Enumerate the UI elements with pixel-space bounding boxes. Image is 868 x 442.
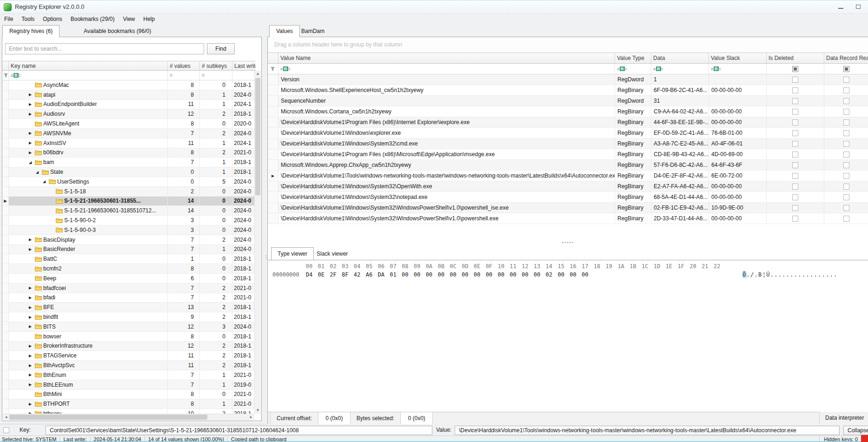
checkbox[interactable] <box>792 162 798 168</box>
value-row[interactable]: \Device\HarddiskVolume1\Windows\explorer… <box>268 128 868 139</box>
checkbox[interactable] <box>792 98 798 104</box>
menu-item-help[interactable]: Help <box>139 14 159 25</box>
value-row[interactable]: \Device\HarddiskVolume1\Windows\System32… <box>268 203 868 213</box>
checkbox[interactable] <box>792 205 798 211</box>
scrollbar-thumb[interactable] <box>9 415 207 420</box>
menu-item-file[interactable]: File <box>0 14 17 25</box>
checkbox[interactable] <box>843 216 849 222</box>
menu-item-view[interactable]: View <box>119 14 139 25</box>
expand-collapsed-icon[interactable]: ▶ <box>29 373 35 377</box>
value-row[interactable]: Microsoft.Windows.Apprep.ChxApp_cw5n1h2t… <box>268 160 868 171</box>
tab-available-bookmarks[interactable]: Available bookmarks (96/0) <box>77 26 158 37</box>
values-header-value-slack[interactable]: Value Slack <box>709 53 767 63</box>
tree-row[interactable]: bcmfn2802018-1 <box>2 264 256 274</box>
tree-row[interactable]: S-1-5-18202024-0 <box>2 187 256 197</box>
values-header-value-name[interactable]: Value Name <box>278 53 615 63</box>
value-row[interactable]: VersionRegDword1 <box>268 74 868 85</box>
value-path-field[interactable]: \Device\HarddiskVolume1\Tools\windows-ne… <box>455 426 840 435</box>
expand-collapsed-icon[interactable]: ▶ <box>29 344 35 348</box>
expand-collapsed-icon[interactable]: ▶ <box>29 131 35 135</box>
values-header-data-record[interactable]: Data Record Realle <box>824 53 868 63</box>
values-header-is-deleted[interactable]: Is Deleted <box>767 53 824 63</box>
tree-row[interactable]: ▶BFE1322018-1 <box>2 303 256 312</box>
filter-funnel-icon[interactable] <box>2 71 9 80</box>
tab-type-viewer[interactable]: Type viewer <box>271 247 314 260</box>
expand-collapsed-icon[interactable]: ▶ <box>29 354 35 358</box>
checkbox[interactable] <box>843 173 849 179</box>
checkbox[interactable] <box>843 119 849 125</box>
tree-filter-key-name[interactable]: aBc <box>9 71 168 80</box>
tree-row[interactable]: ▶BTAGService1122018-1 <box>2 351 256 361</box>
group-by-bar[interactable]: Drag a column header here to group by th… <box>268 37 868 53</box>
scrollbar-thumb[interactable] <box>255 78 260 195</box>
minimize-button[interactable] <box>833 2 848 12</box>
value-row[interactable]: \Device\HarddiskVolume1\Windows\System32… <box>268 192 868 203</box>
tree-header-num-values[interactable]: # values <box>168 61 200 70</box>
tree-row[interactable]: ▶bfadi722021-0 <box>2 293 256 303</box>
tree-row[interactable]: ▶b06bdrv822021-0 <box>2 148 256 158</box>
checkbox[interactable] <box>843 141 849 147</box>
expand-collapsed-icon[interactable]: ▶ <box>29 92 35 97</box>
tree-row[interactable]: S-1-5-21-1966530601-3185510712...1402024… <box>2 206 256 216</box>
checkbox[interactable] <box>792 141 798 147</box>
tree-row[interactable]: bowser802018-1 <box>2 332 256 342</box>
tree-row[interactable]: ▶Audiosrv1222018-1 <box>2 109 256 119</box>
checkbox[interactable] <box>843 98 849 104</box>
checkbox[interactable] <box>843 194 849 200</box>
key-path-field[interactable]: ControlSet001\Services\bam\State\UserSet… <box>46 426 432 435</box>
checkbox[interactable] <box>843 184 849 190</box>
expand-collapsed-icon[interactable]: ▶ <box>29 141 35 145</box>
data-interpreter-button[interactable]: Data interpreter <box>819 412 868 424</box>
tree-row[interactable]: ▶BthAvctpSvc1122018-1 <box>2 361 256 370</box>
values-header-value-type[interactable]: Value Type <box>615 53 651 63</box>
values-filter-data[interactable]: aBc <box>651 64 709 74</box>
expand-collapsed-icon[interactable]: ▶ <box>29 237 35 242</box>
tree-row[interactable]: ▶BthLEEnum712019-0 <box>2 380 256 390</box>
checkbox[interactable] <box>843 87 849 93</box>
tree-filter-last-write[interactable] <box>232 71 256 80</box>
scroll-up-icon[interactable]: ▲ <box>255 71 261 77</box>
tab-registry-hives[interactable]: Registry hives (6) <box>2 25 60 37</box>
expand-collapsed-icon[interactable]: ▶ <box>29 363 35 368</box>
tab-slack-viewer[interactable]: Slack viewer <box>311 248 354 260</box>
menu-item-tools[interactable]: Tools <box>17 14 39 25</box>
checkbox[interactable] <box>843 77 849 83</box>
scroll-down-icon[interactable]: ▼ <box>255 407 261 414</box>
menu-item-bookmarks[interactable]: Bookmarks (29/0) <box>66 14 119 25</box>
expand-collapsed-icon[interactable]: ▶ <box>29 324 35 329</box>
checkbox[interactable] <box>792 130 798 136</box>
value-row[interactable]: Microsoft.Windows.ShellExperienceHost_cw… <box>268 85 868 96</box>
checkbox[interactable] <box>843 205 849 211</box>
expand-collapsed-icon[interactable]: ▶ <box>29 286 35 290</box>
values-header-data[interactable]: Data <box>651 53 709 63</box>
checkbox[interactable] <box>792 77 798 83</box>
tree-header-num-subkeys[interactable]: # subkeys <box>200 61 232 70</box>
tree-row[interactable]: AsyncMac802018-1 <box>2 80 256 90</box>
collapse-all-button[interactable]: Collapse all <box>843 426 868 435</box>
indeterminate-checkbox[interactable] <box>843 66 849 72</box>
expand-expanded-icon[interactable]: ◢ <box>43 179 49 184</box>
filter-funnel-icon[interactable] <box>268 64 278 74</box>
tree-row[interactable]: ▶AudioEndpointBuilder1112024-1 <box>2 100 256 110</box>
expand-collapsed-icon[interactable]: ▶ <box>29 296 35 300</box>
tree-row[interactable]: ◢State012018-1 <box>2 167 256 177</box>
tree-row[interactable]: ▶BasicDisplay722024-0 <box>2 235 256 245</box>
value-row[interactable]: \Device\HarddiskVolume1\Windows\System32… <box>268 139 868 149</box>
tree-horizontal-scrollbar[interactable]: ◂ ▸ <box>3 414 254 420</box>
checkbox[interactable] <box>792 152 798 158</box>
checkbox[interactable] <box>792 119 798 125</box>
value-row[interactable]: \Device\HarddiskVolume1\Windows\System32… <box>268 213 868 224</box>
values-filter-value-slack[interactable]: aBc <box>709 64 767 74</box>
tree-row[interactable]: BattC102018-1 <box>2 254 256 264</box>
tree-row[interactable]: S-1-5-90-0-3302024-0 <box>2 225 256 235</box>
checkbox[interactable] <box>792 216 798 222</box>
tree-row[interactable]: ▶BITS1232024-0 <box>2 322 256 332</box>
menu-item-options[interactable]: Options <box>39 14 66 25</box>
tree-row[interactable]: ▶BTHPORT812021-0 <box>2 399 256 409</box>
tree-row[interactable]: BthMini802021-0 <box>2 390 256 400</box>
value-row[interactable]: \Device\HarddiskVolume1\Program Files (x… <box>268 149 868 160</box>
tree-row[interactable]: ▶BthEnum712021-0 <box>2 370 256 380</box>
checkbox[interactable] <box>792 173 798 179</box>
checkbox[interactable] <box>792 194 798 200</box>
hex-panel-splitter[interactable]: ••••• <box>268 240 868 246</box>
